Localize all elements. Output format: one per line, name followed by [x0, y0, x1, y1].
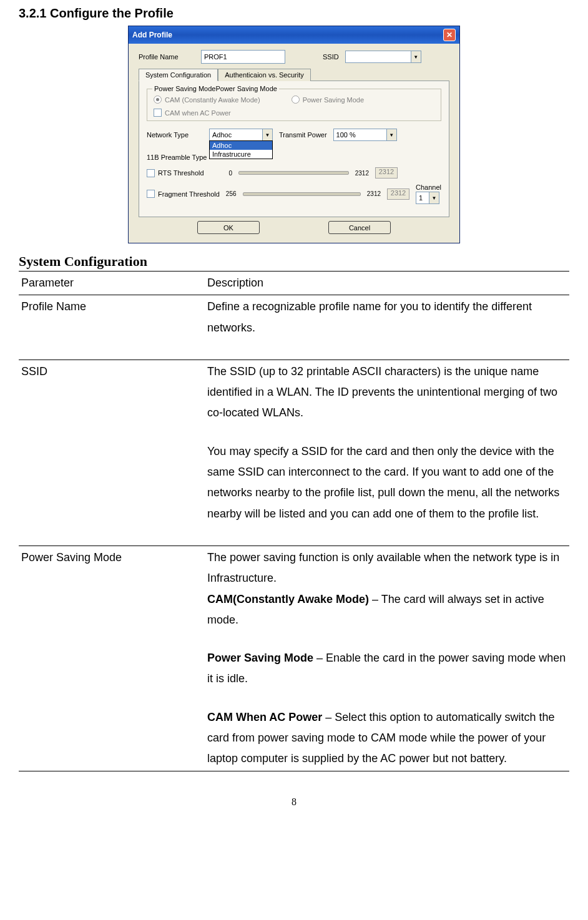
frag-value: 2312	[387, 188, 409, 200]
dropdown-item-infrastructure[interactable]: Infrastrucure	[210, 150, 272, 159]
rts-value: 2312	[375, 167, 398, 179]
dialog-title: Add Profile	[132, 31, 172, 39]
transmit-power-value: 100 %	[334, 131, 386, 139]
rts-min: 0	[229, 170, 233, 177]
checkbox-icon	[147, 169, 155, 177]
radio-cam-label: CAM (Constantly Awake Mode)	[165, 96, 260, 104]
checkbox-icon	[154, 109, 162, 117]
channel-value: 1	[416, 194, 429, 202]
table-row: SSIDThe SSID (up to 32 printable ASCII c…	[19, 360, 569, 526]
profile-name-input[interactable]	[201, 50, 285, 64]
transmit-power-combo[interactable]: 100 % ▼	[333, 129, 397, 141]
frag-min: 256	[226, 190, 237, 197]
transmit-power-label: Transmit Power	[279, 131, 327, 139]
profile-name-label: Profile Name	[139, 53, 195, 61]
network-type-dropdown: Adhoc Infrastrucure	[209, 140, 273, 159]
desc-cell: The power saving function is only availa…	[205, 546, 569, 770]
add-profile-dialog: Add Profile ✕ Profile Name SSID ▼ System…	[128, 26, 460, 243]
dropdown-item-adhoc[interactable]: Adhoc	[210, 141, 272, 150]
parameter-table: Parameter Description Profile NameDefine…	[19, 271, 569, 771]
table-row: Power Saving ModeThe power saving functi…	[19, 546, 569, 770]
header-parameter: Parameter	[19, 272, 205, 295]
power-saving-groupbox: Power Saving ModePower Saving Mode CAM (…	[147, 89, 441, 121]
frag-max: 2312	[367, 190, 381, 197]
section-heading: 3.2.1 Configure the Profile	[19, 6, 569, 21]
page-number: 8	[19, 796, 569, 808]
ok-button[interactable]: OK	[197, 221, 260, 234]
ssid-label: SSID	[323, 53, 339, 61]
chevron-down-icon: ▼	[411, 51, 421, 62]
frag-checkbox[interactable]: Fragment Threshold	[147, 190, 220, 198]
radio-icon	[154, 95, 162, 104]
rts-max: 2312	[355, 170, 369, 177]
rts-label: RTS Threshold	[158, 169, 204, 177]
tab-system-configuration[interactable]: System Configuration	[139, 69, 218, 81]
close-button[interactable]: ✕	[443, 29, 456, 41]
chevron-down-icon: ▼	[262, 129, 272, 140]
dialog-body: Profile Name SSID ▼ System Configuration…	[129, 44, 459, 243]
system-configuration-heading: System Configuration	[19, 253, 569, 270]
header-description: Description	[205, 272, 569, 295]
checkbox-icon	[147, 190, 155, 198]
desc-cell: The SSID (up to 32 printable ASCII chara…	[205, 360, 569, 526]
network-type-value: Adhoc	[210, 131, 262, 139]
param-cell: Profile Name	[19, 295, 205, 340]
frag-slider[interactable]	[243, 192, 361, 196]
radio-cam: CAM (Constantly Awake Mode)	[154, 95, 260, 104]
tab-panel: Power Saving ModePower Saving Mode CAM (…	[139, 81, 449, 217]
chevron-down-icon: ▼	[429, 192, 439, 203]
preamble-label: 11B Preamble Type	[147, 154, 215, 161]
chevron-down-icon: ▼	[386, 129, 396, 140]
dialog-container: Add Profile ✕ Profile Name SSID ▼ System…	[19, 26, 569, 243]
tab-auth-security[interactable]: Authenticaion vs. Security	[218, 69, 311, 81]
close-icon: ✕	[446, 31, 453, 39]
param-cell: SSID	[19, 360, 205, 526]
param-cell: Power Saving Mode	[19, 546, 205, 770]
ssid-combo[interactable]: ▼	[345, 51, 421, 63]
network-type-label: Network Type	[147, 131, 203, 139]
network-type-combo[interactable]: Adhoc ▼ Adhoc Infrastrucure	[209, 129, 273, 141]
groupbox-title: Power Saving ModePower Saving Mode	[152, 85, 279, 92]
channel-combo[interactable]: 1 ▼	[416, 192, 439, 204]
rts-checkbox[interactable]: RTS Threshold	[147, 169, 204, 177]
frag-label: Fragment Threshold	[158, 190, 220, 198]
table-header-row: Parameter Description	[19, 272, 569, 295]
radio-icon	[292, 95, 300, 104]
desc-cell: Define a recognizable profile name for y…	[205, 295, 569, 340]
cancel-button[interactable]: Cancel	[328, 221, 391, 234]
dialog-titlebar: Add Profile ✕	[129, 26, 459, 44]
channel-label: Channel	[416, 184, 441, 191]
table-row: Profile NameDefine a recognizable profil…	[19, 295, 569, 340]
rts-slider[interactable]	[238, 171, 349, 175]
checkbox-cam-ac-label: CAM when AC Power	[165, 109, 231, 117]
radio-psm-label: Power Saving Mode	[303, 96, 364, 104]
radio-power-saving: Power Saving Mode	[292, 95, 364, 104]
checkbox-cam-ac: CAM when AC Power	[154, 109, 434, 117]
